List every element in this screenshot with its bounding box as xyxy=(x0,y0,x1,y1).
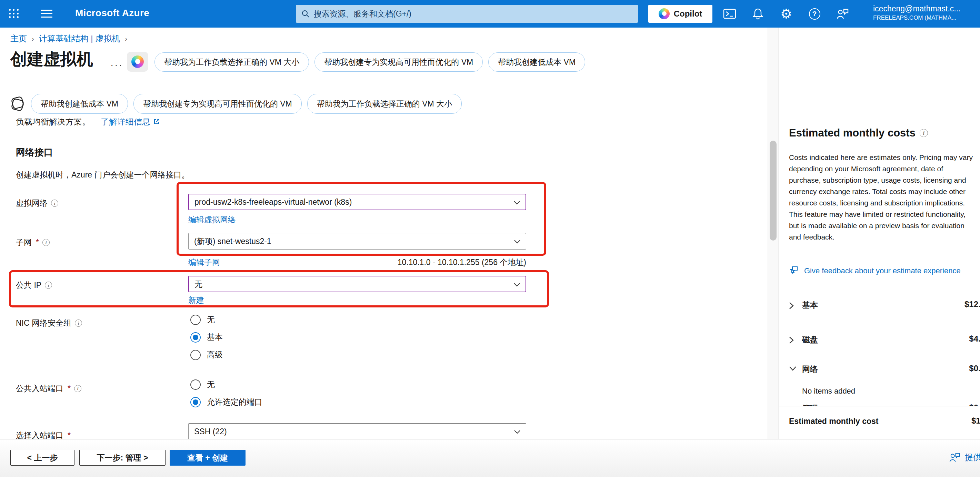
chevron-down-icon xyxy=(514,430,520,434)
chevron-right-icon xyxy=(32,35,34,43)
copilot-label: Copilot xyxy=(674,9,702,19)
chevron-down-icon xyxy=(789,366,797,371)
hamburger-menu-icon[interactable] xyxy=(41,10,52,20)
edit-vnet-link[interactable]: 编辑虚拟网络 xyxy=(188,215,236,225)
radio-selected-icon xyxy=(190,397,201,407)
pill-high-availability-vm[interactable]: 帮助我创建专为实现高可用性而优化的 VM xyxy=(315,52,483,72)
section-heading-network-interface: 网络接口 xyxy=(16,146,53,159)
edit-subnet-link[interactable]: 编辑子网 xyxy=(188,257,220,268)
cost-row-disk[interactable]: 磁盘 $4.8 xyxy=(779,333,980,347)
network-no-items-text: No items added xyxy=(802,387,855,396)
top-bar-icons xyxy=(723,0,850,27)
cost-value: $0.0 xyxy=(969,364,980,373)
cost-row-basic[interactable]: 基本 $12.9 xyxy=(779,299,980,312)
more-options-icon[interactable] xyxy=(110,59,123,70)
chevron-right-icon xyxy=(125,35,127,43)
nsg-radio-advanced[interactable]: 高级 xyxy=(190,350,223,360)
search-input[interactable] xyxy=(314,9,632,19)
footer-feedback-link[interactable]: 提供反馈 xyxy=(949,452,980,463)
next-step-button[interactable]: 下一步: 管理 > xyxy=(79,450,165,466)
required-asterisk: * xyxy=(68,384,71,393)
copilot-suggestions-row-2: 帮助我创建低成本 VM 帮助我创建专为实现高可用性而优化的 VM 帮助我为工作负… xyxy=(10,94,462,114)
pill-low-cost-vm[interactable]: 帮助我创建低成本 VM xyxy=(31,94,128,114)
required-asterisk: * xyxy=(68,431,71,440)
scrollbar-thumb[interactable] xyxy=(770,141,776,240)
copilot-icon xyxy=(659,8,670,19)
subnet-label: 子网 * xyxy=(16,237,50,248)
section-description: 创建虚拟机时，Azure 门户会创建一个网络接口。 xyxy=(16,170,189,180)
vnet-label: 虚拟网络 xyxy=(16,198,58,208)
estimated-monthly-cost-summary: Estimated monthly cost $17 xyxy=(779,406,980,439)
page-title: 创建虚拟机 xyxy=(10,48,93,70)
inbound-radio-none[interactable]: 无 xyxy=(190,379,215,390)
global-search[interactable] xyxy=(296,5,638,23)
info-icon[interactable] xyxy=(74,385,81,392)
review-create-button[interactable]: 查看 + 创建 xyxy=(170,450,245,466)
settings-gear-icon[interactable] xyxy=(779,7,793,21)
breadcrumb-home[interactable]: 主页 xyxy=(10,33,27,44)
create-new-public-ip-link[interactable]: 新建 xyxy=(188,295,204,306)
pill-high-availability-vm[interactable]: 帮助我创建专为实现高可用性而优化的 VM xyxy=(134,94,302,114)
estimated-costs-panel: Estimated monthly costs Costs indicated … xyxy=(779,27,980,439)
scrolled-text-clip: 负载均衡解决方案。 了解详细信息 xyxy=(16,119,326,132)
nsg-radio-basic[interactable]: 基本 xyxy=(190,332,223,343)
azure-logo[interactable]: Microsoft Azure xyxy=(75,8,149,19)
estimate-feedback-link[interactable]: Give feedback about your estimate experi… xyxy=(789,266,961,276)
chevron-right-icon xyxy=(789,302,794,310)
app-launcher-icon[interactable] xyxy=(9,9,19,19)
account-email: icecheng@mathmast.c... xyxy=(873,4,978,13)
cost-row-network[interactable]: 网络 $0.0 xyxy=(779,363,980,376)
select-ports-dropdown[interactable]: SSH (22) xyxy=(188,423,526,440)
previous-step-button[interactable]: < 上一步 xyxy=(10,450,75,466)
wizard-footer: < 上一步 下一步: 管理 > 查看 + 创建 提供反馈 xyxy=(0,439,980,477)
chevron-right-icon xyxy=(789,336,794,344)
pill-right-vm-size[interactable]: 帮助我为工作负载选择正确的 VM 大小 xyxy=(154,52,309,72)
feedback-person-icon xyxy=(949,452,961,463)
cloud-shell-icon[interactable] xyxy=(723,7,737,21)
feedback-bubbles-icon xyxy=(789,266,799,276)
info-icon[interactable] xyxy=(42,239,50,246)
required-asterisk: * xyxy=(36,238,39,247)
vnet-dropdown[interactable]: prod-usw2-k8s-freeleaps-virtual-networ (… xyxy=(188,194,526,210)
radio-selected-icon xyxy=(190,332,201,343)
radio-icon xyxy=(190,315,201,325)
radio-icon xyxy=(190,350,201,360)
public-ip-label: 公共 IP xyxy=(16,280,52,291)
subnet-dropdown[interactable]: (新项) snet-westus2-1 xyxy=(188,233,526,250)
account-tenant: FREELEAPS.COM (MATHMA... xyxy=(873,14,978,21)
cost-value: $4.8 xyxy=(969,334,980,343)
copilot-suggestions-row-1: 帮助我为工作负载选择正确的 VM 大小 帮助我创建专为实现高可用性而优化的 VM… xyxy=(154,52,585,72)
feedback-icon[interactable] xyxy=(836,7,850,21)
cost-value: $12.9 xyxy=(964,299,980,309)
load-balancing-text: 负载均衡解决方案。 xyxy=(16,119,90,127)
chevron-down-icon xyxy=(514,283,520,287)
account-menu[interactable]: icecheng@mathmast.c... FREELEAPS.COM (MA… xyxy=(873,4,978,21)
total-label: Estimated monthly cost xyxy=(789,417,878,426)
radio-icon xyxy=(190,380,201,390)
pill-right-vm-size[interactable]: 帮助我为工作负载选择正确的 VM 大小 xyxy=(307,94,462,114)
chevron-down-icon xyxy=(514,240,520,244)
copilot-button[interactable]: Copilot xyxy=(648,5,713,23)
breadcrumb-virtual-machines[interactable]: 计算基础结构 | 虚拟机 xyxy=(39,33,120,44)
learn-more-link[interactable]: 了解详细信息 xyxy=(101,119,160,127)
external-link-icon xyxy=(153,119,160,125)
info-icon[interactable] xyxy=(920,129,928,137)
inbound-radio-allow-selected[interactable]: 允许选定的端口 xyxy=(190,397,262,407)
pill-low-cost-vm[interactable]: 帮助我创建低成本 VM xyxy=(488,52,585,72)
subnet-links-row: 编辑子网 10.10.1.0 - 10.10.1.255 (256 个地址) xyxy=(188,257,526,268)
chevron-down-icon xyxy=(514,201,520,205)
breadcrumb: 主页 计算基础结构 | 虚拟机 xyxy=(10,33,127,44)
help-icon[interactable] xyxy=(808,7,821,21)
info-icon[interactable] xyxy=(51,200,58,207)
info-icon[interactable] xyxy=(75,320,82,327)
copilot-icon xyxy=(131,56,144,68)
nsg-label: NIC 网络安全组 xyxy=(16,318,82,328)
copilot-chip-button[interactable] xyxy=(127,52,148,72)
public-ip-dropdown[interactable]: 无 xyxy=(188,276,526,292)
inbound-ports-label: 公共入站端口 * xyxy=(16,383,81,394)
cost-panel-description: Costs indicated here are estimates only.… xyxy=(789,152,977,243)
notifications-bell-icon[interactable] xyxy=(751,7,765,21)
subnet-address-range: 10.10.1.0 - 10.10.1.255 (256 个地址) xyxy=(398,257,526,268)
info-icon[interactable] xyxy=(45,281,52,289)
nsg-radio-none[interactable]: 无 xyxy=(190,314,215,325)
